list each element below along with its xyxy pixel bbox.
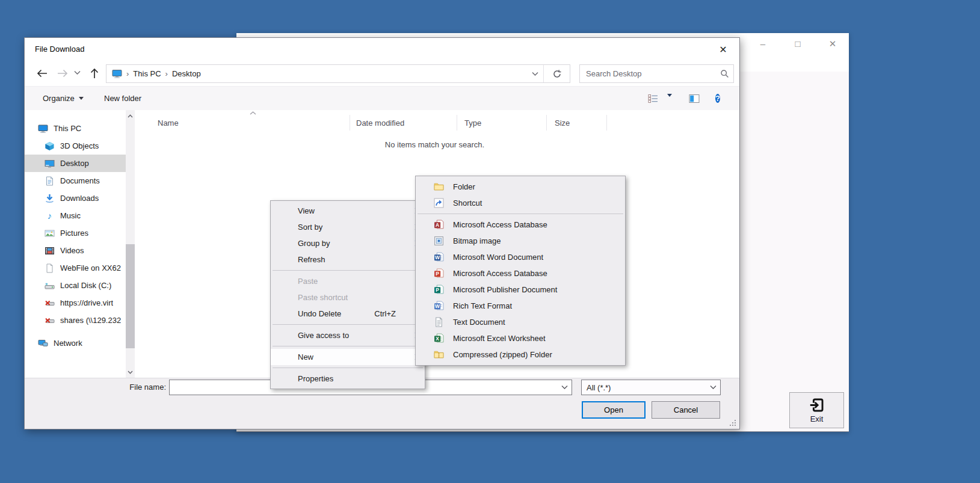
- submenu-item-access-database-2[interactable]: P Microsoft Access Database: [416, 265, 625, 281]
- sidebar-item-local-disk[interactable]: Local Disk (C:): [25, 277, 126, 294]
- scroll-up-icon[interactable]: [126, 111, 135, 121]
- column-header-type[interactable]: Type: [457, 115, 547, 131]
- picture-icon: [45, 229, 55, 238]
- sidebar-item-drive-virt[interactable]: https://drive.virt: [25, 294, 126, 312]
- search-icon: [715, 69, 733, 78]
- new-folder-button[interactable]: New folder: [99, 87, 146, 109]
- maximize-button[interactable]: □: [791, 38, 804, 50]
- submenu-item-folder[interactable]: Folder: [416, 179, 625, 195]
- breadcrumb-separator: ›: [126, 69, 129, 78]
- file-type-combobox[interactable]: All (*.*): [581, 380, 721, 395]
- open-button[interactable]: Open: [582, 401, 646, 419]
- sidebar-item-music[interactable]: ♪ Music: [25, 207, 126, 224]
- document-icon: [45, 176, 55, 186]
- help-icon[interactable]: ?: [715, 93, 720, 104]
- dialog-close-button[interactable]: ✕: [715, 43, 731, 57]
- resize-grip[interactable]: [730, 420, 736, 426]
- menu-separator: [273, 324, 423, 325]
- breadcrumb-separator: ›: [165, 69, 168, 78]
- sidebar-item-this-pc[interactable]: This PC: [25, 120, 126, 137]
- menu-item-properties[interactable]: Properties: [271, 371, 425, 387]
- search-container: [579, 64, 734, 83]
- submenu-item-access-database[interactable]: A Microsoft Access Database: [416, 217, 625, 233]
- sidebar-item-desktop[interactable]: Desktop: [25, 155, 126, 172]
- svg-text:W: W: [435, 303, 440, 309]
- sidebar-item-network[interactable]: Network: [25, 334, 126, 352]
- menu-item-new[interactable]: New: [271, 349, 425, 365]
- column-header-date-modified[interactable]: Date modified: [350, 115, 457, 131]
- menu-item-sort-by[interactable]: Sort by: [271, 219, 425, 235]
- zip-folder-icon: [434, 349, 444, 360]
- minimize-button[interactable]: –: [756, 38, 769, 50]
- menu-item-give-access-to[interactable]: Give access to: [271, 327, 425, 343]
- svg-text:W: W: [435, 254, 440, 260]
- up-button[interactable]: [88, 67, 100, 79]
- submenu-item-shortcut[interactable]: Shortcut: [416, 195, 625, 211]
- bitmap-icon: [434, 236, 444, 246]
- download-arrow-icon: [45, 194, 55, 203]
- dialog-titlebar[interactable]: File Download ✕: [25, 38, 739, 61]
- file-name-label: File name:: [85, 380, 166, 395]
- word-icon: W: [434, 252, 444, 262]
- submenu-item-publisher-document[interactable]: P Microsoft Publisher Document: [416, 281, 625, 298]
- sidebar-item-shares[interactable]: shares (\\129.232: [25, 312, 126, 329]
- exit-icon: [809, 397, 825, 413]
- exit-button[interactable]: Exit: [789, 392, 844, 428]
- recent-locations-chevron[interactable]: [74, 70, 81, 75]
- sidebar-item-3d-objects[interactable]: 3D Objects: [25, 137, 126, 155]
- chevron-down-icon[interactable]: [557, 385, 572, 390]
- details-view-icon[interactable]: [648, 94, 658, 103]
- powerpoint-icon: P: [434, 268, 444, 278]
- exit-button-label: Exit: [810, 414, 824, 423]
- submenu-item-excel-worksheet[interactable]: X Microsoft Excel Worksheet: [416, 330, 625, 346]
- sidebar-item-downloads[interactable]: Downloads: [25, 189, 126, 207]
- organize-button[interactable]: Organize: [38, 87, 88, 109]
- menu-item-group-by[interactable]: Group by: [271, 235, 425, 251]
- breadcrumb-item-desktop[interactable]: Desktop: [172, 69, 201, 78]
- preview-pane-icon[interactable]: [689, 94, 700, 103]
- menu-item-undo-delete[interactable]: Undo Delete Ctrl+Z: [271, 306, 425, 322]
- submenu-item-bitmap-image[interactable]: Bitmap image: [416, 233, 625, 249]
- scroll-down-icon[interactable]: [126, 368, 135, 377]
- column-header-name[interactable]: Name: [136, 115, 350, 131]
- view-options-chevron[interactable]: [667, 97, 672, 106]
- menu-separator: [273, 346, 423, 346]
- disk-drive-icon: [45, 281, 55, 291]
- context-menu: View Sort by Group by Refresh Paste Past…: [270, 200, 425, 389]
- search-input[interactable]: [580, 69, 715, 78]
- address-dropdown-chevron[interactable]: [526, 65, 543, 82]
- publisher-icon: P: [434, 285, 444, 295]
- excel-icon: X: [434, 333, 444, 343]
- address-bar[interactable]: › This PC › Desktop: [106, 64, 570, 83]
- sidebar-item-pictures[interactable]: Pictures: [25, 224, 126, 242]
- sidebar-item-documents[interactable]: Documents: [25, 172, 126, 189]
- desktop: { "colors": { "desktop_background": "#3a…: [0, 0, 980, 483]
- refresh-button[interactable]: [543, 65, 570, 82]
- forward-button[interactable]: [56, 67, 69, 79]
- sidebar-item-videos[interactable]: Videos: [25, 242, 126, 259]
- window-close-button[interactable]: ✕: [826, 38, 839, 50]
- submenu-item-text-document[interactable]: Text Document: [416, 314, 625, 330]
- cancel-button[interactable]: Cancel: [652, 401, 720, 419]
- breadcrumb-item-this-pc[interactable]: This PC: [133, 69, 161, 78]
- sidebar-scrollbar[interactable]: [126, 110, 135, 378]
- column-header-size[interactable]: Size: [547, 115, 607, 131]
- navigation-pane: This PC 3D Objects: [25, 120, 126, 352]
- back-button[interactable]: [35, 67, 49, 79]
- file-icon: [45, 263, 55, 273]
- command-toolbar: Organize New folder: [25, 86, 739, 111]
- menu-item-refresh[interactable]: Refresh: [271, 251, 425, 268]
- menu-separator: [418, 214, 623, 214]
- menu-item-paste: Paste: [271, 273, 425, 289]
- network-icon: [38, 339, 48, 348]
- menu-item-paste-shortcut: Paste shortcut: [271, 289, 425, 306]
- dialog-title: File Download: [35, 38, 84, 61]
- submenu-item-rich-text-format[interactable]: W Rich Text Format: [416, 298, 625, 314]
- submenu-item-zipped-folder[interactable]: Compressed (zipped) Folder: [416, 346, 625, 363]
- empty-results-message: No items match your search.: [136, 140, 733, 149]
- submenu-item-word-document[interactable]: W Microsoft Word Document: [416, 249, 625, 265]
- scrollbar-thumb[interactable]: [126, 244, 135, 348]
- menu-item-view[interactable]: View: [271, 203, 425, 219]
- svg-text:A: A: [436, 222, 439, 228]
- sidebar-item-webfile[interactable]: WebFile on XX62: [25, 259, 126, 277]
